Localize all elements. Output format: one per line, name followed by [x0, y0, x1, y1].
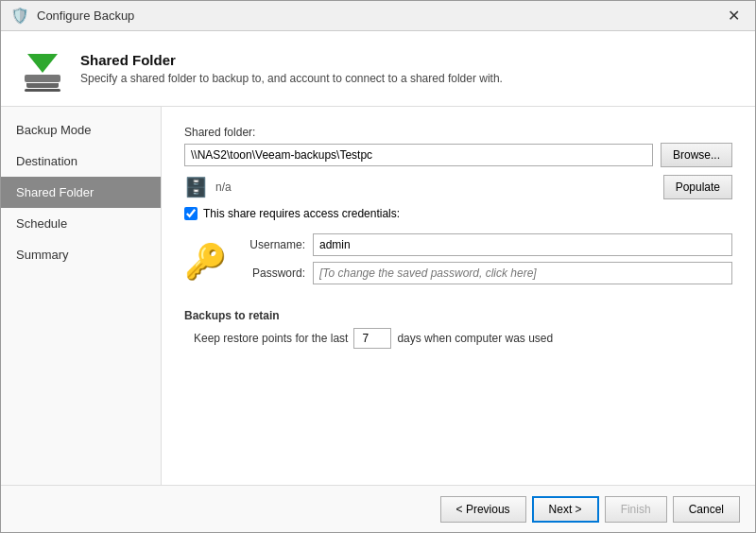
window-title: Configure Backup [37, 9, 134, 23]
na-text: n/a [215, 181, 232, 194]
sidebar-item-shared-folder[interactable]: Shared Folder [1, 177, 161, 208]
username-row: Username: [239, 233, 732, 256]
main-content: Shared folder: Browse... 🗄️ n/a Populate… [162, 107, 755, 485]
populate-button[interactable]: Populate [663, 175, 732, 199]
password-row: Password: [239, 262, 732, 284]
header-description: Specify a shared folder to backup to, an… [80, 72, 503, 85]
credentials-section: 🔑 Username: Password: [184, 233, 732, 290]
configure-backup-window: 🛡️ Configure Backup ✕ Shared Folder Spec… [0, 0, 756, 533]
next-button[interactable]: Next > [532, 496, 599, 523]
close-button[interactable]: ✕ [722, 5, 746, 26]
password-input[interactable] [313, 262, 732, 284]
username-input[interactable] [313, 233, 732, 256]
previous-button[interactable]: < Previous [440, 496, 526, 523]
sidebar-item-backup-mode[interactable]: Backup Mode [1, 114, 161, 146]
header-title: Shared Folder [80, 52, 503, 68]
sidebar-item-destination[interactable]: Destination [1, 146, 161, 177]
retain-suffix: days when computer was used [397, 332, 553, 345]
finish-button[interactable]: Finish [605, 496, 667, 523]
sidebar-item-schedule[interactable]: Schedule [1, 208, 161, 239]
retain-days-input[interactable] [353, 328, 391, 349]
browse-button[interactable]: Browse... [661, 143, 732, 167]
footer: < Previous Next > Finish Cancel [1, 485, 755, 532]
titlebar: 🛡️ Configure Backup ✕ [1, 1, 755, 31]
retain-section: Backups to retain Keep restore points fo… [184, 309, 732, 349]
header-icon [20, 46, 65, 92]
window-icon: 🛡️ [10, 7, 29, 25]
sidebar: Backup Mode Destination Shared Folder Sc… [1, 107, 162, 485]
na-row: 🗄️ n/a Populate [184, 175, 732, 199]
credentials-checkbox[interactable] [184, 207, 198, 220]
retain-prefix: Keep restore points for the last [194, 332, 348, 345]
credentials-checkbox-row: This share requires access credentials: [184, 207, 732, 220]
password-label: Password: [239, 266, 305, 280]
username-label: Username: [239, 238, 305, 251]
body: Backup Mode Destination Shared Folder Sc… [1, 107, 755, 485]
header-section: Shared Folder Specify a shared folder to… [1, 31, 755, 107]
lock-icon: 🔑 [184, 242, 227, 282]
shared-folder-label: Shared folder: [184, 126, 732, 139]
retain-row: Keep restore points for the last days wh… [194, 328, 732, 349]
db-icon: 🗄️ [184, 176, 208, 198]
credentials-checkbox-label: This share requires access credentials: [203, 207, 400, 220]
cancel-button[interactable]: Cancel [673, 496, 740, 523]
shared-folder-row: Browse... [184, 143, 732, 167]
shared-folder-input[interactable] [184, 144, 653, 166]
lock-icon-area: 🔑 [184, 233, 226, 290]
retain-title: Backups to retain [184, 309, 732, 322]
sidebar-item-summary[interactable]: Summary [1, 239, 161, 270]
